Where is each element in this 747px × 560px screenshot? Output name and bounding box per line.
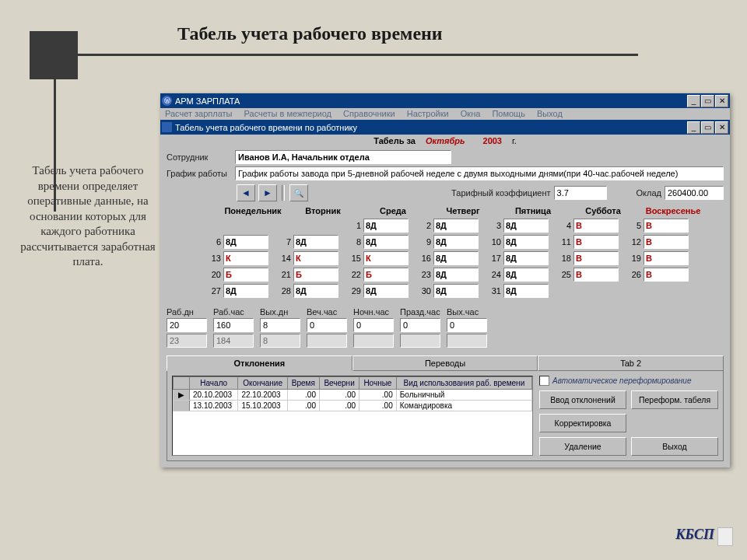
total-input[interactable]: 20 [167,318,207,332]
menu-item[interactable]: Расчет зарплаты [165,109,233,118]
deviations-table-wrap: НачалоОкончаниеВремяВечерниНочныеВид исп… [172,376,533,456]
day-code-input[interactable]: 8Д [433,284,479,298]
total-label: Вых.дн [260,307,300,317]
schedule-field[interactable]: График работы завода при 5-дневной рабоч… [235,166,724,180]
correction-button[interactable]: Корректировка [539,414,626,432]
day-code-input[interactable]: 8Д [433,251,479,265]
doc-min-button[interactable]: _ [687,121,700,134]
day-code-input[interactable]: В [644,219,689,233]
tab-tab2[interactable]: Tab 2 [538,355,724,371]
tab-deviations[interactable]: Отклонения [167,355,352,371]
day-code-input[interactable]: В [644,235,689,249]
total-input[interactable]: 8 [260,318,300,332]
total-input[interactable]: 0 [307,318,347,332]
table-row[interactable]: ▶20.10.200322.10.2003.00.00.00Больничный [174,390,532,401]
minimize-button[interactable]: _ [687,95,700,107]
menu-item[interactable]: Помощь [492,109,525,118]
period-year: 2003 [483,136,502,145]
menubar: Расчет зарплаты Расчеты в межпериод Спра… [160,108,730,119]
day-code-input[interactable]: Б [363,268,409,282]
oklad-field[interactable]: 260400.00 [665,186,724,200]
total-input[interactable]: 0 [447,318,487,332]
day-code-input[interactable]: Б [223,268,268,282]
doc-max-button[interactable]: ▭ [701,121,714,134]
day-code-input[interactable]: В [644,251,689,265]
dow-header: Понедельник Вторник Среда Четверг Пятниц… [218,206,724,215]
day-code-input[interactable]: 8Д [433,268,479,282]
day-code-input[interactable]: 8Д [363,235,409,249]
table-row[interactable]: 13.10.200315.10.2003.00.00.00Командировк… [174,401,532,411]
total-input[interactable]: 0 [353,318,394,332]
day-number: 25 [557,270,571,279]
day-number: 10 [487,237,501,247]
table-header: Вид использования раб. времени [396,377,531,390]
prev-button[interactable]: ◄ [237,184,255,201]
zoom-button[interactable]: 🔍 [289,184,308,201]
menu-item[interactable]: Настройки [407,109,449,118]
day-code-input[interactable]: 8Д [433,219,479,233]
next-button[interactable]: ► [258,184,277,201]
day-code-input[interactable]: В [573,219,619,233]
menu-item[interactable]: Выход [537,109,563,118]
menu-item[interactable]: Расчеты в межпериод [244,109,331,118]
period-suffix: г. [512,136,517,145]
day-code-input[interactable]: 8Д [293,235,338,249]
day-code-input[interactable]: 8Д [223,284,268,298]
coef-field[interactable]: 3.7 [554,186,607,200]
day-number: 30 [417,286,431,296]
total-input[interactable]: 160 [213,318,254,332]
outer-titlebar: Ⓦ АРМ ЗАРПЛАТА _ ▭ ✕ [160,93,730,108]
day-code-input[interactable]: 8Д [503,219,549,233]
dow-tue: Вторник [288,206,358,215]
day-code-input[interactable]: 8Д [433,235,479,249]
doc-title: Табель учета рабочего времени по работни… [175,123,357,132]
slide-description: Табель учета рабочего времени определяет… [19,163,157,270]
day-code-input[interactable]: В [573,235,619,249]
menu-item[interactable]: Окна [461,109,481,118]
day-code-input[interactable]: 8Д [503,251,549,265]
dow-sat: Суббота [568,206,638,215]
oklad-label: Оклад [637,188,661,198]
reform-timesheet-button[interactable]: Переформ. табеля [631,390,718,409]
total-input-disabled: 8 [260,334,300,348]
day-code-input[interactable]: Б [293,268,338,282]
day-code-input[interactable]: В [573,268,619,282]
tab-transfers[interactable]: Переводы [352,355,538,371]
dow-wed: Среда [358,206,428,215]
enter-deviations-button[interactable]: Ввод отклонений [539,390,626,409]
dow-mon: Понедельник [218,206,288,215]
deviations-table: НачалоОкончаниеВремяВечерниНочныеВид исп… [173,376,532,411]
day-number: 1 [347,221,361,230]
close-button[interactable]: ✕ [715,95,728,107]
menu-item[interactable]: Справочники [343,109,395,118]
day-number: 27 [207,286,221,296]
doc-icon [162,122,172,132]
maximize-button[interactable]: ▭ [701,95,714,107]
day-code-input[interactable]: 8Д [363,219,409,233]
total-input-disabled [400,334,440,348]
day-code-input[interactable]: 8Д [503,284,549,298]
day-code-input[interactable]: К [293,251,338,265]
day-code-input[interactable]: 8Д [223,235,268,249]
day-code-input[interactable]: К [223,251,268,265]
auto-reform-checkbox[interactable]: Автоматическое переформирование [539,376,718,386]
slide-title: Табель учета рабочего времени [177,23,443,44]
employee-field[interactable]: Иванов И.А, Начальник отдела [235,150,451,164]
day-code-input[interactable]: 8Д [503,235,549,249]
day-number: 7 [277,237,291,247]
checkbox-box[interactable] [539,376,549,386]
doc-close-button[interactable]: ✕ [715,121,728,134]
exit-button[interactable]: Выход [631,437,718,456]
day-number: 14 [277,254,291,263]
day-code-input[interactable]: 8Д [503,268,549,282]
day-code-input[interactable]: 8Д [363,284,409,298]
delete-button[interactable]: Удаление [539,437,626,456]
day-code-input[interactable]: К [363,251,409,265]
deco-square [30,31,78,79]
day-code-input[interactable]: В [573,251,619,265]
day-code-input[interactable]: В [644,268,689,282]
total-input[interactable]: 0 [400,318,440,332]
day-number: 5 [627,221,641,230]
day-number: 8 [347,237,361,247]
day-code-input[interactable]: 8Д [293,284,338,298]
